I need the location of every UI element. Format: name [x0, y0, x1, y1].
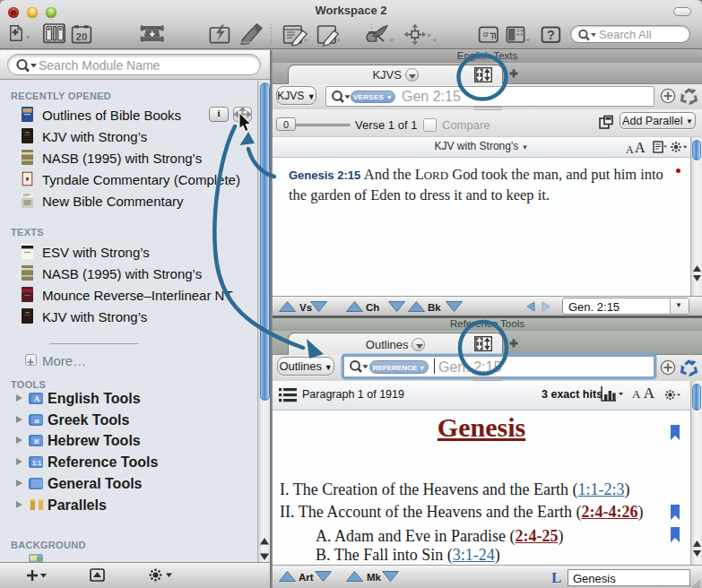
- svg-text:A: A: [34, 394, 40, 403]
- svg-text:Bk: Bk: [428, 302, 441, 313]
- svg-text:1:1: 1:1: [32, 460, 41, 466]
- svg-text:Art: Art: [299, 572, 314, 583]
- svg-text:Mk: Mk: [367, 572, 382, 583]
- svg-text:α: α: [34, 416, 39, 425]
- svg-text:א: א: [34, 437, 39, 445]
- svg-text:Vs: Vs: [299, 302, 312, 313]
- svg-text:20: 20: [76, 31, 88, 42]
- svg-text:?: ?: [547, 27, 555, 42]
- svg-text:α: α: [483, 29, 489, 39]
- svg-text:Ch: Ch: [366, 302, 379, 313]
